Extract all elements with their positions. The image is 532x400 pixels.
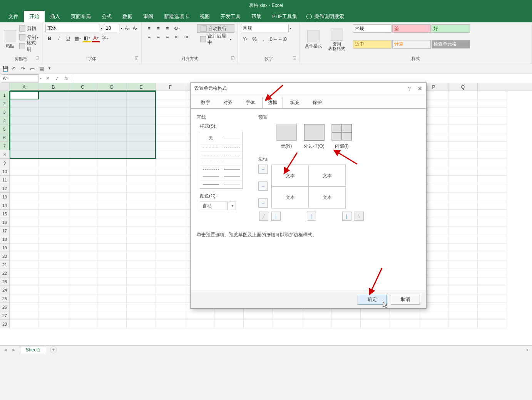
cell[interactable]	[478, 184, 507, 193]
cell[interactable]	[68, 91, 97, 99]
cell[interactable]	[68, 193, 97, 201]
cell[interactable]	[39, 116, 68, 125]
cell[interactable]	[10, 244, 39, 252]
line-style-option[interactable]	[221, 152, 243, 159]
cell[interactable]	[448, 244, 478, 252]
line-style-picker[interactable]: 无	[200, 132, 243, 189]
cell[interactable]	[97, 235, 127, 244]
cell[interactable]	[39, 91, 68, 99]
col-header[interactable]: D	[97, 83, 127, 91]
cell[interactable]	[39, 244, 68, 252]
cell[interactable]	[97, 142, 127, 150]
cell[interactable]	[10, 235, 39, 244]
cell[interactable]	[39, 286, 68, 294]
orientation-button[interactable]: ⟲	[172, 24, 181, 32]
cell[interactable]	[127, 269, 156, 277]
cell[interactable]	[127, 303, 156, 311]
cell[interactable]	[68, 303, 97, 311]
cell[interactable]	[127, 159, 156, 167]
cell[interactable]	[127, 91, 156, 99]
cell[interactable]	[478, 227, 507, 235]
cell[interactable]	[68, 244, 97, 252]
cell[interactable]	[478, 91, 507, 99]
cell[interactable]	[10, 252, 39, 261]
cell[interactable]	[448, 201, 478, 210]
paste-button[interactable]: 粘贴	[3, 24, 17, 55]
tab-layout[interactable]: 页面布局	[65, 11, 96, 22]
cell[interactable]	[68, 142, 97, 150]
cell[interactable]	[331, 311, 361, 320]
cell[interactable]	[156, 142, 185, 150]
cell[interactable]	[97, 184, 127, 193]
table-format-button[interactable]: 套用 表格格式	[324, 24, 350, 55]
cell[interactable]	[39, 311, 68, 320]
cell[interactable]	[39, 303, 68, 311]
style-normal[interactable]: 常规	[353, 24, 391, 33]
cell[interactable]	[39, 176, 68, 184]
color-auto-box[interactable]: 自动	[200, 202, 228, 210]
row-header[interactable]: 23	[0, 277, 10, 286]
cell[interactable]	[97, 125, 127, 133]
cell[interactable]	[214, 320, 244, 328]
cell[interactable]	[68, 235, 97, 244]
row-header[interactable]: 1	[0, 91, 10, 99]
align-left-button[interactable]: ≡	[145, 32, 153, 41]
currency-button[interactable]: ¥	[241, 35, 249, 43]
cell[interactable]	[68, 133, 97, 142]
row-header[interactable]: 8	[0, 150, 10, 159]
cell[interactable]	[39, 99, 68, 108]
cell[interactable]	[156, 303, 185, 311]
sheet-tab[interactable]: Sheet1	[20, 346, 46, 353]
cell[interactable]	[156, 159, 185, 167]
cell[interactable]	[97, 159, 127, 167]
row-header[interactable]: 17	[0, 227, 10, 235]
cell[interactable]	[68, 286, 97, 294]
cell[interactable]	[97, 320, 127, 328]
cell[interactable]	[156, 294, 185, 303]
cell[interactable]	[97, 176, 127, 184]
decrease-decimal-button[interactable]: ←.0	[278, 35, 286, 43]
cell[interactable]	[448, 261, 478, 269]
cell[interactable]	[156, 193, 185, 201]
italic-button[interactable]: I	[55, 34, 63, 42]
cell[interactable]	[10, 269, 39, 277]
cell[interactable]	[68, 108, 97, 116]
cell[interactable]	[68, 261, 97, 269]
cell[interactable]	[156, 150, 185, 159]
decrease-font-button[interactable]: A▾	[132, 24, 139, 32]
cell[interactable]	[478, 244, 507, 252]
close-button[interactable]: ✕	[418, 86, 422, 92]
cell[interactable]	[68, 320, 97, 328]
cell[interactable]	[127, 108, 156, 116]
cell[interactable]	[127, 311, 156, 320]
tell-me[interactable]: 操作说明搜索	[306, 13, 344, 20]
line-style-option[interactable]	[221, 181, 243, 188]
cell[interactable]	[448, 125, 478, 133]
dlg-tab-align[interactable]: 对齐	[217, 97, 238, 109]
line-style-option[interactable]	[200, 145, 221, 151]
cell[interactable]	[244, 311, 273, 320]
merge-center-button[interactable]: 合并后居中▾	[197, 35, 234, 44]
cell[interactable]	[39, 201, 68, 210]
row-header[interactable]: 21	[0, 261, 10, 269]
cell[interactable]	[478, 294, 507, 303]
cell[interactable]	[10, 116, 39, 125]
cell[interactable]	[97, 311, 127, 320]
cell[interactable]	[39, 210, 68, 218]
add-sheet-button[interactable]: ＋	[50, 346, 57, 353]
cell[interactable]	[68, 218, 97, 227]
cell[interactable]	[156, 252, 185, 261]
row-header[interactable]: 7	[0, 142, 10, 150]
cell[interactable]	[10, 125, 39, 133]
cell[interactable]	[478, 150, 507, 159]
cell[interactable]	[156, 227, 185, 235]
tab-review[interactable]: 审阅	[138, 11, 159, 22]
cell[interactable]	[10, 201, 39, 210]
cell[interactable]	[302, 311, 331, 320]
format-painter-button[interactable]: 格式刷	[19, 42, 39, 50]
cell[interactable]	[68, 294, 97, 303]
underline-button[interactable]: U	[64, 34, 72, 42]
cell[interactable]	[10, 150, 39, 159]
col-header[interactable]: A	[10, 83, 39, 91]
line-style-option[interactable]	[200, 173, 221, 180]
